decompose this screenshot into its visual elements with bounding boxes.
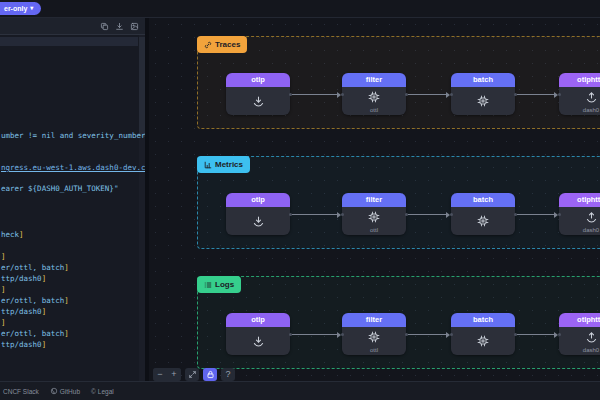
image-export-button[interactable]: [130, 22, 139, 31]
connector-handle: [341, 93, 344, 96]
distro-label: er-only: [4, 2, 27, 15]
pipeline-badge-logs: Logs: [197, 276, 241, 293]
help-button[interactable]: ?: [221, 368, 235, 381]
node-subtitle: dash0: [559, 347, 600, 353]
node-subtitle: ottl: [342, 347, 406, 353]
node-receiver-otlp[interactable]: otlp: [226, 73, 290, 115]
upload-icon: [585, 91, 598, 104]
node-title: batch: [451, 73, 515, 87]
node-processor-filter[interactable]: filter ottl: [342, 73, 406, 115]
pipeline-canvas[interactable]: Traces otlp filter ottl b: [149, 18, 600, 381]
node-subtitle: ottl: [342, 107, 406, 113]
zoom-out-button[interactable]: −: [153, 368, 167, 381]
edge-arrow: [408, 214, 449, 215]
link-icon: [204, 41, 212, 49]
code-line: earer ${DASH0_AUTH_TOKEN}": [1, 184, 118, 193]
fit-view-button[interactable]: [185, 368, 199, 381]
legal-link[interactable]: © Legal: [91, 388, 114, 395]
edge-arrow: [292, 214, 340, 215]
edge-arrow: [408, 334, 449, 335]
pipeline-label: Traces: [215, 40, 240, 49]
node-title: filter: [342, 73, 406, 87]
node-title: filter: [342, 313, 406, 327]
pipeline-badge-metrics: Metrics: [197, 156, 250, 173]
edge-arrow: [517, 94, 557, 95]
cpu-icon: [368, 211, 380, 223]
pipeline-badge-traces: Traces: [197, 36, 247, 53]
minus-icon: −: [157, 368, 162, 381]
upload-icon: [585, 211, 598, 224]
node-body: [226, 87, 290, 115]
download-button[interactable]: [115, 22, 124, 31]
connector-handle: [450, 333, 453, 336]
plus-icon: +: [171, 368, 176, 381]
edge-arrow: [292, 334, 340, 335]
lock-button[interactable]: [203, 368, 217, 381]
pipeline-label: Metrics: [215, 160, 243, 169]
config-editor-pane[interactable]: umber != nil and severity_number == 1) o…: [0, 18, 145, 381]
github-link[interactable]: GitHub: [50, 387, 80, 395]
node-exporter-otlphttp[interactable]: otlphttp dash0: [559, 193, 600, 235]
code-line: ]: [1, 285, 6, 294]
node-receiver-otlp[interactable]: otlp: [226, 193, 290, 235]
copy-button[interactable]: [100, 22, 109, 31]
distro-selector-button[interactable]: er-only ▾: [0, 2, 41, 15]
node-body: [226, 207, 290, 235]
code-line: ttp/dash0]: [1, 307, 46, 316]
node-exporter-otlphttp[interactable]: otlphttp dash0: [559, 73, 600, 115]
edge-arrow: [408, 94, 449, 95]
upload-icon: [585, 331, 598, 344]
node-body: [451, 327, 515, 355]
canvas-controls: − + ?: [153, 368, 235, 381]
connector-handle: [450, 213, 453, 216]
cpu-icon: [477, 335, 489, 347]
node-title: batch: [451, 193, 515, 207]
node-processor-batch[interactable]: batch: [451, 193, 515, 235]
cncf-slack-link[interactable]: CNCF Slack: [3, 388, 39, 395]
cpu-icon: [477, 215, 489, 227]
code-line-endpoint-url: ngress.eu-west-1.aws.dash0-dev.com: [1, 163, 145, 172]
code-line: heck]: [1, 230, 24, 239]
cpu-icon: [477, 95, 489, 107]
node-processor-filter[interactable]: filter ottl: [342, 313, 406, 355]
fit-view-icon: [188, 370, 197, 379]
node-processor-batch[interactable]: batch: [451, 313, 515, 355]
node-subtitle: dash0: [559, 107, 600, 113]
node-body: ottl: [342, 327, 406, 355]
inbox-down-icon: [252, 335, 265, 348]
edge-arrow: [292, 94, 340, 95]
node-subtitle: dash0: [559, 227, 600, 233]
zoom-controls: − +: [153, 368, 181, 381]
code-line: er/ottl, batch]: [1, 296, 69, 305]
node-body: [451, 207, 515, 235]
node-title: otlp: [226, 193, 290, 207]
inbox-down-icon: [252, 215, 265, 228]
code-line: ttp/dash0]: [1, 274, 46, 283]
inbox-down-icon: [252, 95, 265, 108]
code-line: ]: [1, 252, 6, 261]
node-exporter-otlphttp[interactable]: otlphttp dash0: [559, 313, 600, 355]
code-line: umber != nil and severity_number == 1) o…: [1, 131, 145, 140]
editor-current-line-highlight: [0, 37, 138, 46]
connector-handle: [341, 213, 344, 216]
connector-handle: [558, 213, 561, 216]
code-line: ]: [1, 318, 6, 327]
cpu-icon: [368, 331, 380, 343]
node-processor-batch[interactable]: batch: [451, 73, 515, 115]
editor-toolbar: [0, 18, 145, 35]
zoom-in-button[interactable]: +: [167, 368, 181, 381]
legal-label: Legal: [98, 388, 114, 395]
node-body: dash0: [559, 327, 600, 355]
node-receiver-otlp[interactable]: otlp: [226, 313, 290, 355]
pipeline-label: Logs: [215, 280, 234, 289]
node-body: dash0: [559, 207, 600, 235]
download-icon: [115, 22, 124, 31]
pipeline-group-logs: Logs otlp filter ottl bat: [197, 276, 600, 369]
node-title: otlphttp: [559, 313, 600, 327]
node-title: otlphttp: [559, 193, 600, 207]
image-export-icon: [130, 22, 139, 31]
node-processor-filter[interactable]: filter ottl: [342, 193, 406, 235]
connector-handle: [558, 93, 561, 96]
help-icon: ?: [225, 368, 230, 381]
github-label: GitHub: [60, 388, 80, 395]
